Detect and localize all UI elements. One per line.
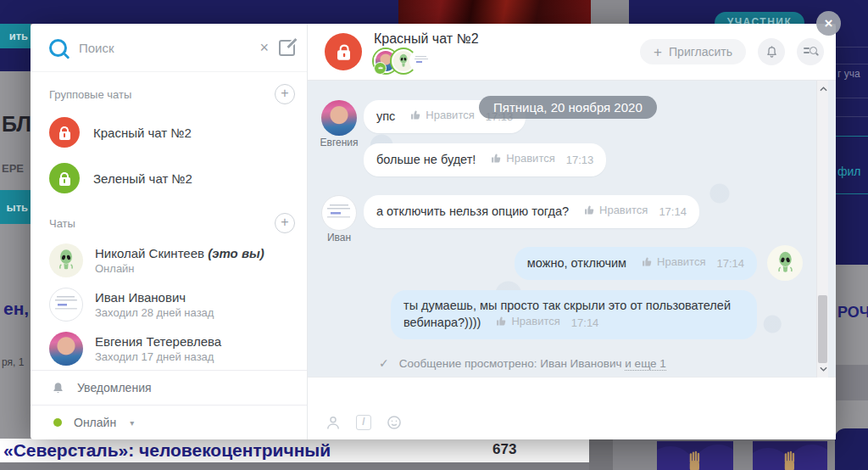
background-left-column: ить БЛ ЕРЕ ыть ен, ря, 1 (0, 24, 31, 441)
chat-message: а отключить нельзя опцию тогда?Нравится1… (364, 195, 699, 228)
seen-more-link[interactable]: и еще 1 (625, 357, 666, 371)
message-row: больше не будет!Нравится17:13 (321, 143, 836, 176)
chat-name: Красный чат №2 (93, 126, 192, 140)
contact-status: Заходил 17 дней назад (95, 350, 221, 363)
section-label: Групповые чаты (49, 88, 131, 101)
contact-status: Онлайн (95, 262, 264, 275)
group-chats-section: Групповые чаты + (31, 72, 307, 109)
thumb-up-icon (584, 204, 595, 215)
message-input[interactable] (325, 384, 819, 406)
like-button[interactable]: Нравится (642, 255, 705, 270)
background-bottom-right (589, 439, 868, 470)
alien-avatar (49, 243, 83, 277)
close-icon[interactable]: × (816, 11, 841, 36)
photo-avatar (49, 332, 83, 366)
like-button[interactable]: Нравится (491, 151, 554, 166)
background-navy-strip (0, 48, 31, 71)
sender-avatar[interactable] (321, 100, 357, 136)
screen: УЧАСТНИК ить БЛ ЕРЕ ыть ен, ря, 1 г уча … (0, 0, 868, 470)
chevron-down-icon: ▾ (130, 418, 134, 428)
message-text: а отключить нельзя опцию тогда? (376, 204, 569, 218)
add-group-chat-button[interactable]: + (275, 84, 295, 104)
like-button[interactable]: Нравится (584, 203, 648, 218)
background-text-fragment-2: ря, 1 (2, 356, 24, 368)
background-right-menu: г уча фил (836, 0, 868, 265)
lock-icon (59, 177, 70, 186)
raised-hand-tile (753, 441, 827, 470)
search-in-chat-button[interactable] (797, 38, 824, 65)
webinar-title: «Северсталь»: человекоцентричный (3, 440, 331, 461)
message-composer: / (308, 377, 836, 439)
background-button-fragment: ить (0, 24, 31, 48)
chat-message: можно, отключимНравится17:14 (515, 247, 757, 280)
scroll-down-arrow[interactable] (817, 362, 829, 376)
mention-person-icon[interactable] (325, 414, 342, 431)
chat-sidebar: × Групповые чаты + Красный чат №2 Зелены… (31, 24, 308, 439)
scrollbar-thumb[interactable] (818, 295, 827, 363)
thumb-up-icon (642, 256, 653, 267)
chat-panel: Красный чат №2 + Пригласить (308, 24, 836, 439)
message-time: 17:14 (659, 205, 687, 218)
search-bar: × (31, 24, 307, 72)
background-heading-fragment: БЛ (2, 112, 31, 137)
presence-selector[interactable]: Онлайн ▾ (31, 406, 307, 439)
message-row: ты думаешь, мы просто так скрыли это от … (321, 290, 836, 339)
scroll-up-arrow[interactable] (817, 82, 829, 96)
search-input[interactable] (77, 40, 249, 56)
background-text-fragment-1: ен, (3, 299, 29, 319)
chat-message: ты думаешь, мы просто так скрыли это от … (391, 290, 757, 339)
contact-nikolay[interactable]: Николай Скинтеев (это вы) Онлайн (31, 238, 307, 283)
contact-name: Николай Скинтеев (95, 246, 208, 260)
message-row: Иван а отключить нельзя опцию тогда?Нрав… (321, 195, 836, 243)
message-search-icon (804, 45, 817, 59)
contact-name: Иван Иванович (95, 290, 214, 305)
sidebar-item-red-chat[interactable]: Красный чат №2 (31, 109, 307, 155)
invite-button[interactable]: + Пригласить (640, 39, 746, 64)
member-avatars (374, 49, 479, 73)
background-corner-panel (835, 428, 868, 470)
member-avatar-ivan[interactable] (409, 49, 433, 73)
message-text: можно, отключим (527, 256, 626, 270)
background-subtext-fragment: ЕРЕ (2, 162, 24, 175)
notifications-label: Уведомления (77, 381, 152, 394)
like-button[interactable]: Нравится (496, 314, 559, 329)
plus-icon: + (654, 45, 662, 59)
message-list: Пятница, 20 ноября 2020 Евгения упсНрави… (308, 81, 836, 378)
chat-message: больше не будет!Нравится17:13 (364, 143, 606, 176)
clear-search-icon[interactable]: × (259, 40, 269, 55)
thumb-up-icon (491, 153, 502, 164)
seen-text: Сообщение просмотрено: Иван Иванович (399, 357, 622, 370)
contact-self-suffix: (это вы) (208, 246, 264, 260)
chat-avatar (325, 33, 362, 70)
like-button[interactable]: Нравится (410, 108, 474, 123)
code-slash-icon[interactable]: / (356, 415, 371, 430)
background-button-fragment-2: ыть (0, 190, 31, 224)
notifications-row[interactable]: Уведомления (31, 371, 307, 405)
emoji-smiley-icon[interactable] (386, 414, 403, 431)
mute-notifications-button[interactable] (758, 38, 785, 65)
raised-hand-icon (682, 448, 708, 470)
message-row: можно, отключимНравится17:14 (321, 247, 836, 280)
sidebar-item-green-chat[interactable]: Зеленый чат №2 (31, 155, 307, 201)
scrollbar[interactable] (816, 81, 828, 378)
contact-ivan[interactable]: Иван Иванович Заходил 28 дней назад (31, 283, 307, 327)
red-lock-avatar (49, 117, 80, 148)
search-icon (49, 39, 67, 57)
background-gray-block (591, 0, 629, 24)
contact-evgenia[interactable]: Евгения Тетеревлева Заходил 17 дней наза… (31, 327, 307, 371)
raised-hand-icon (777, 448, 803, 470)
date-divider: Пятница, 20 ноября 2020 (479, 96, 657, 119)
presence-label: Онлайн (74, 416, 116, 429)
lock-icon (337, 50, 350, 60)
check-icon: ✓ (379, 356, 389, 370)
add-chat-button[interactable]: + (275, 213, 295, 233)
online-status-dot (53, 418, 62, 427)
thumb-up-icon (496, 316, 507, 327)
sender-avatar[interactable] (321, 195, 357, 231)
seen-status: ✓ Сообщение просмотрено: Иван Иванович и… (321, 356, 836, 370)
thumb-up-icon (410, 109, 421, 120)
green-lock-avatar (49, 163, 80, 193)
bell-icon (51, 381, 65, 395)
new-chat-icon[interactable] (279, 40, 295, 56)
message-time: 17:14 (716, 257, 744, 270)
